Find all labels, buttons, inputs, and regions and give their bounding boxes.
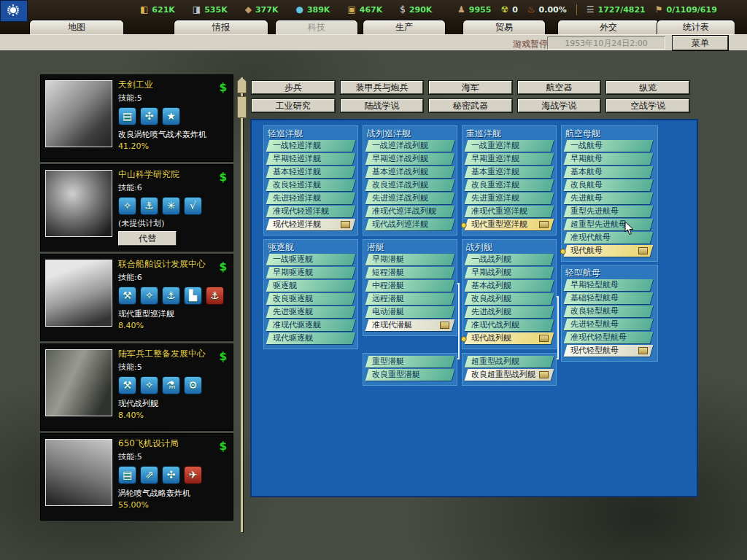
tech-item-label: 远程潜艇 bbox=[367, 293, 453, 305]
tech-item[interactable]: 准现代航母 bbox=[564, 232, 654, 244]
tech-item[interactable]: 基础轻型航母 bbox=[564, 292, 654, 304]
nav-tab[interactable]: 地图 bbox=[29, 20, 124, 34]
nav-tab[interactable]: 统计表 bbox=[657, 20, 735, 34]
tech-item[interactable]: 重型先进航母 bbox=[564, 206, 654, 217]
nav-tab[interactable]: 贸易 bbox=[462, 20, 546, 34]
tech-category-tab[interactable]: 航空器 bbox=[518, 81, 601, 94]
tech-item[interactable]: 一战航母 bbox=[564, 140, 654, 152]
tech-item[interactable]: 基本轻巡洋舰 bbox=[266, 166, 356, 178]
tech-item[interactable]: 准现代潜艇 bbox=[365, 319, 455, 331]
tech-category-tab[interactable]: 海军 bbox=[429, 81, 512, 94]
tech-item[interactable]: 现代战列舰 bbox=[465, 332, 554, 344]
tech-item[interactable]: 基本航母 bbox=[564, 166, 654, 178]
readout-value: 290K bbox=[409, 5, 433, 15]
tech-team-card[interactable]: $天剑工业技能:5▤✣★改良涡轮喷气战术轰炸机41.20% bbox=[40, 74, 233, 162]
tech-column-title: 航空母舰 bbox=[565, 128, 654, 140]
nav-tab[interactable]: 外交 bbox=[557, 20, 659, 34]
tech-category-tab[interactable]: 空战学说 bbox=[606, 99, 689, 112]
tech-item[interactable]: 先进战列舰 bbox=[465, 306, 554, 318]
tech-item[interactable]: 现代轻型航母 bbox=[564, 345, 654, 357]
tech-item[interactable]: 先进巡洋战列舰 bbox=[365, 192, 455, 204]
tech-item[interactable]: 早期轻型航母 bbox=[564, 279, 654, 291]
tech-item[interactable]: 一战重巡洋舰 bbox=[465, 140, 554, 152]
tech-item[interactable]: 基本重巡洋舰 bbox=[465, 166, 554, 178]
tech-item[interactable]: 改良巡洋战列舰 bbox=[365, 179, 455, 191]
tech-item[interactable]: 改良航母 bbox=[564, 179, 654, 191]
tech-item[interactable]: 超重型战列舰 bbox=[465, 356, 554, 368]
tech-category-tab[interactable]: 陆战学说 bbox=[341, 99, 424, 112]
tech-item[interactable]: 改良轻巡洋舰 bbox=[266, 179, 356, 191]
tech-item[interactable]: 现代重型巡洋舰 bbox=[465, 219, 554, 230]
tech-item[interactable]: 改良战列舰 bbox=[465, 293, 554, 305]
tech-category-tab[interactable]: 装甲兵与炮兵 bbox=[341, 81, 424, 94]
tech-item[interactable]: 先进轻巡洋舰 bbox=[266, 192, 356, 204]
tech-item[interactable]: 电动潜艇 bbox=[365, 306, 455, 318]
tech-item[interactable]: 早期重巡洋舰 bbox=[465, 153, 554, 165]
tech-category-tab[interactable]: 海战学说 bbox=[518, 99, 601, 112]
tech-item[interactable]: 一战战列舰 bbox=[465, 254, 554, 265]
readout-item: ◧621K bbox=[140, 5, 175, 15]
tech-team-card[interactable]: $联合船舶设计发展中心技能:6⚒✧⚓▙⚓现代重型巡洋舰8.40% bbox=[40, 254, 233, 341]
tech-column: 轻型航母早期轻型航母基础轻型航母改良轻型航母先进轻型航母准现代轻型航母现代轻型航… bbox=[561, 265, 658, 362]
tech-item[interactable]: 早期战列舰 bbox=[465, 267, 554, 279]
scrollbar-thumb[interactable] bbox=[237, 96, 247, 118]
tech-item[interactable]: 改良超重型战列舰 bbox=[465, 369, 554, 381]
sidebar-scrollbar[interactable] bbox=[237, 77, 247, 532]
tech-category-tab[interactable]: 步兵 bbox=[252, 81, 335, 94]
nav-tab[interactable]: 科技 bbox=[275, 20, 358, 34]
tech-item[interactable]: 早期轻巡洋舰 bbox=[266, 153, 356, 165]
tech-item[interactable]: 早期巡洋战列舰 bbox=[365, 153, 455, 165]
tech-item[interactable]: 改良驱逐舰 bbox=[266, 293, 356, 305]
menu-button[interactable]: 菜单 bbox=[673, 36, 728, 50]
tech-item[interactable]: 驱逐舰 bbox=[266, 280, 356, 292]
tech-item[interactable]: 准现代驱逐舰 bbox=[266, 319, 356, 331]
tech-item[interactable]: 准现代巡洋战列舰 bbox=[365, 206, 455, 217]
tech-item[interactable]: 现代战列巡洋舰 bbox=[365, 219, 455, 230]
tech-item[interactable]: 一战轻巡洋舰 bbox=[266, 140, 356, 152]
tech-item[interactable]: 改良轻型航母 bbox=[564, 306, 654, 317]
tech-item[interactable]: 中程潜艇 bbox=[365, 280, 455, 292]
tech-item[interactable]: 现代轻巡洋舰 bbox=[266, 219, 356, 230]
tech-item[interactable]: 早期潜艇 bbox=[365, 254, 455, 265]
tech-item[interactable]: 先进重巡洋舰 bbox=[465, 192, 554, 204]
tech-column: 重巡洋舰一战重巡洋舰早期重巡洋舰基本重巡洋舰改良重巡洋舰先进重巡洋舰准现代重巡洋… bbox=[462, 125, 557, 236]
tech-category-tab[interactable]: 纵览 bbox=[606, 81, 689, 94]
scroll-up-arrow-icon[interactable] bbox=[237, 77, 247, 93]
nav-tab[interactable]: 情报 bbox=[174, 20, 268, 34]
tech-item[interactable]: 现代航母 bbox=[564, 245, 654, 257]
tech-item-label: 现代驱逐舰 bbox=[268, 332, 354, 344]
nav-tab[interactable]: 生产 bbox=[363, 20, 446, 34]
oil-icon: ● bbox=[295, 5, 303, 14]
tech-team-card[interactable]: $650飞机设计局技能:5▤⇗✣✈涡轮喷气战略轰炸机55.00% bbox=[40, 433, 233, 521]
tech-item[interactable]: 基本巡洋战列舰 bbox=[365, 166, 455, 178]
tech-item[interactable]: 准现代重巡洋舰 bbox=[465, 206, 554, 217]
tech-item[interactable]: 改良重巡洋舰 bbox=[465, 179, 554, 191]
tech-item[interactable]: 准现代战列舰 bbox=[465, 319, 554, 331]
tech-item[interactable]: 一战驱逐舰 bbox=[266, 254, 356, 265]
tech-team-card[interactable]: $中山科学研究院技能:6✧⚓✳√(未提供计划)代替 bbox=[40, 164, 233, 252]
tech-item[interactable]: 先进轻型航母 bbox=[564, 319, 654, 330]
tech-item-label: 基本重巡洋舰 bbox=[466, 166, 552, 178]
scrollbar-track[interactable] bbox=[241, 77, 243, 532]
tech-item[interactable]: 重型潜艇 bbox=[365, 356, 455, 368]
tech-item[interactable]: 基本战列舰 bbox=[465, 280, 554, 292]
blueprint-icon bbox=[440, 322, 449, 329]
tech-item[interactable]: 现代驱逐舰 bbox=[266, 332, 356, 344]
tech-item[interactable]: 短程潜艇 bbox=[365, 267, 455, 279]
tech-item[interactable]: 远程潜艇 bbox=[365, 293, 455, 305]
replace-team-button[interactable]: 代替 bbox=[118, 231, 177, 246]
tech-item[interactable]: 先进驱逐舰 bbox=[266, 306, 356, 318]
tech-item[interactable]: 一战巡洋战列舰 bbox=[365, 140, 455, 152]
tech-item[interactable]: 先进航母 bbox=[564, 192, 654, 204]
tech-item[interactable]: 准现代轻巡洋舰 bbox=[266, 206, 356, 217]
tech-category-tab[interactable]: 工业研究 bbox=[252, 99, 335, 112]
tech-item[interactable]: 改良重型潜艇 bbox=[365, 369, 455, 381]
tech-item[interactable]: 超重型先进航母 bbox=[564, 219, 654, 230]
tech-item[interactable]: 早期驱逐舰 bbox=[266, 267, 356, 279]
tech-category-tab[interactable]: 秘密武器 bbox=[429, 99, 512, 112]
tech-item[interactable]: 准现代轻型航母 bbox=[564, 332, 654, 343]
tech-item[interactable]: 早期航母 bbox=[564, 153, 654, 165]
tech-team-card[interactable]: $陆军兵工整备发展中心技能:5⚒✧⚗⚙现代战列舰8.40% bbox=[40, 343, 233, 431]
team-info: 联合船舶设计发展中心技能:6⚒✧⚓▙⚓现代重型巡洋舰8.40% bbox=[118, 259, 229, 330]
research-progress: 8.40% bbox=[118, 321, 229, 330]
